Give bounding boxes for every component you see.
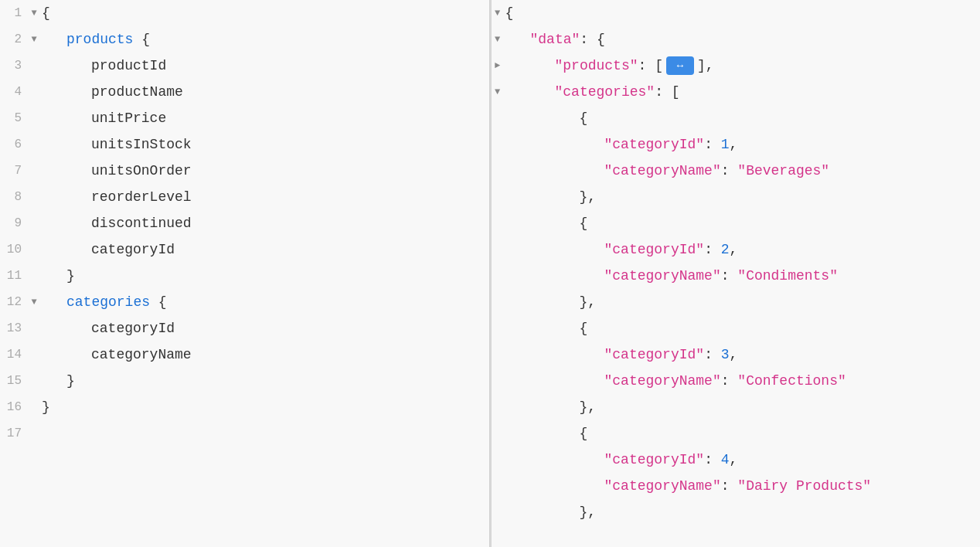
code-line: ▼"categoryName": "Confections" [492,368,981,394]
identifier: categoryName [91,341,192,368]
code-content: } [42,394,50,420]
code-line: 12▼categories { [0,289,489,315]
code-line: ▼{ [492,210,981,236]
code-content: }, [505,499,597,525]
identifier: discontinued [91,210,192,236]
string-value: "products" [555,53,638,79]
code-line: ▼}, [492,499,981,525]
punctuation: : [ [655,79,679,105]
code-line: ▼"categoryId": 1, [492,131,981,158]
code-line: ▼}, [492,184,981,210]
string-value: "Beverages" [737,158,829,184]
right-panel: ▼{▼"data": {►"products": [↔],▼"categorie… [492,0,981,547]
code-content: discontinued [42,210,192,236]
punctuation: : [721,158,738,184]
string-value: "categoryId" [604,131,705,158]
fold-toggle[interactable]: ▼ [492,26,504,53]
line-number: 17 [0,420,28,447]
fold-toggle[interactable]: ▼ [28,0,40,26]
numeric-value: 2 [721,236,730,263]
identifier: unitsOnOrder [91,158,192,184]
punctuation: { [158,289,167,315]
code-line: ►"products": [↔], [492,53,981,79]
code-line: 4▼productName [0,79,489,105]
line-number: 4 [0,79,28,105]
fold-toggle[interactable]: ▼ [28,289,40,315]
code-content: "categories": [ [505,79,680,105]
line-number: 6 [0,131,28,158]
punctuation: , [730,236,738,263]
punctuation: }, [580,289,597,315]
code-line: ▼"categoryId": 4, [492,447,981,473]
line-number: 2 [0,26,28,53]
line-number: 16 [0,394,28,420]
code-line: ▼"categoryId": 3, [492,341,981,368]
fold-toggle[interactable]: ▼ [492,79,504,105]
code-line: 16▼} [0,394,489,420]
code-content: } [42,263,75,289]
string-value: "Dairy Products" [737,473,871,499]
code-content: categories { [42,289,167,315]
code-content: products { [42,26,150,53]
code-line: ▼"categoryName": "Condiments" [492,263,981,289]
punctuation: : [704,236,721,263]
punctuation: : [704,131,721,158]
code-line: ▼"categoryName": "Beverages" [492,158,981,184]
code-line: ▼}, [492,394,981,420]
line-number: 5 [0,105,28,131]
code-content: unitPrice [42,105,166,131]
punctuation: : [ [638,53,663,79]
code-content: { [505,315,588,341]
string-value: "categoryName" [604,473,721,499]
numeric-value: products [66,26,141,53]
left-panel: 1▼{2▼products {3▼productId4▼productName5… [0,0,490,547]
line-number: 9 [0,210,28,236]
punctuation: } [66,368,75,394]
code-content: }, [505,289,597,315]
line-number: 15 [0,368,28,394]
code-content: "products": [↔], [505,53,714,79]
identifier: reorderLevel [91,184,192,210]
identifier: productId [91,53,166,79]
expand-button[interactable]: ↔ [666,56,694,75]
code-line: ▼{ [492,315,981,341]
code-content: categoryId [42,236,175,263]
code-line: ▼"categoryId": 2, [492,236,981,263]
punctuation: { [580,315,588,341]
numeric-value: 3 [721,341,730,368]
numeric-value: categories [66,289,158,315]
string-value: "categoryId" [604,236,705,263]
punctuation: , [730,341,738,368]
code-line: 11▼} [0,263,489,289]
line-number: 8 [0,184,28,210]
code-content: "categoryId": 4, [505,447,738,473]
line-number: 7 [0,158,28,184]
line-number: 10 [0,236,28,263]
fold-toggle[interactable]: ▼ [28,26,40,53]
punctuation: { [580,210,588,236]
string-value: "categoryName" [604,158,721,184]
code-content: } [42,368,75,394]
punctuation: : { [580,26,604,53]
punctuation: { [580,420,588,447]
code-content: categoryName [42,341,192,368]
punctuation: : [704,447,721,473]
string-value: "Confections" [737,368,846,394]
code-line: 9▼discontinued [0,210,489,236]
punctuation: }, [580,184,597,210]
punctuation: { [141,26,150,53]
punctuation: { [505,0,514,26]
punctuation: , [730,131,738,158]
line-number: 13 [0,315,28,341]
string-value: "data" [530,26,580,53]
line-number: 14 [0,341,28,368]
code-content: categoryId [42,315,175,341]
punctuation: } [42,394,50,420]
fold-toggle[interactable]: ▼ [492,0,504,26]
punctuation: }, [580,499,597,525]
fold-toggle[interactable]: ► [492,53,504,79]
code-line: 13▼categoryId [0,315,489,341]
code-line: ▼"categories": [ [492,79,981,105]
identifier: unitsInStock [91,131,192,158]
code-line: ▼{ [492,420,981,447]
